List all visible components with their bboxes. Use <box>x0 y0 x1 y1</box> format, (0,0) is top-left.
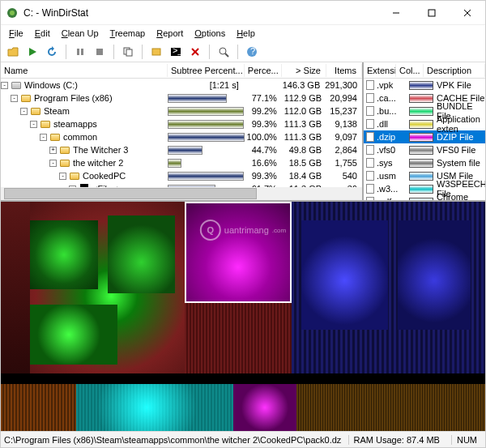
col-name[interactable]: Name <box>1 64 168 77</box>
title-bar: C: - WinDirStat <box>1 1 485 25</box>
tree-row[interactable]: -the witcher 216.6%18.5 GB1,755 <box>1 156 362 169</box>
row-name: CookedPC <box>83 171 126 181</box>
zoom-button[interactable] <box>215 43 232 61</box>
file-icon <box>365 80 375 90</box>
col-desc[interactable]: Description <box>424 64 485 77</box>
expand-toggle[interactable]: - <box>59 173 66 180</box>
tree-hscroll[interactable] <box>1 187 362 200</box>
color-swatch <box>409 133 433 142</box>
tree-row[interactable]: -Program Files (x86)77.1%112.9 GB20,994 <box>1 92 362 105</box>
expand-toggle[interactable]: - <box>1 82 8 89</box>
treemap-view[interactable]: Quantrimang.com <box>1 202 485 431</box>
col-ext[interactable]: Extensi... <box>364 64 396 77</box>
status-bar: C:\Program Files (x86)\Steam\steamapps\c… <box>1 431 485 447</box>
col-subtree[interactable]: Subtree Percent... <box>168 64 245 77</box>
file-icon <box>365 132 375 142</box>
menu-help[interactable]: Help <box>232 27 260 40</box>
color-swatch <box>409 185 433 194</box>
folder-icon <box>40 119 51 129</box>
expand-toggle[interactable]: - <box>49 160 57 167</box>
svg-point-1 <box>10 11 15 15</box>
row-name: Steam <box>44 106 70 116</box>
svg-line-17 <box>225 53 228 57</box>
svg-rect-11 <box>152 49 160 55</box>
row-name: The Witcher 3 <box>73 145 128 155</box>
tree-row[interactable]: -common100.0%111.3 GB9,097 <box>1 130 362 143</box>
cmd-button[interactable]: >_ <box>167 43 185 61</box>
tree-row[interactable]: -steamapps99.3%111.3 GB9,138 <box>1 117 362 130</box>
copy-button[interactable] <box>119 43 137 61</box>
help-button[interactable]: ? <box>243 43 261 61</box>
tree-row[interactable]: +The Witcher 344.7%49.8 GB2,864 <box>1 143 362 156</box>
menu-file[interactable]: File <box>4 27 28 40</box>
ext-header: Extensi... Col... Description <box>364 62 485 79</box>
color-swatch <box>409 198 433 201</box>
color-swatch <box>409 107 433 116</box>
suspend-button[interactable] <box>71 43 89 61</box>
tree-row[interactable]: -Steam99.2%112.0 GB15,237 <box>1 105 362 117</box>
file-icon <box>365 119 375 129</box>
ext-row[interactable]: .vpkVPK File <box>364 79 485 92</box>
maximize-button[interactable] <box>414 1 450 25</box>
split-panes: Name Subtree Percent... Perce... > Size … <box>1 62 485 202</box>
toolbar-divider <box>113 45 114 59</box>
color-swatch <box>409 94 433 103</box>
status-ram: RAM Usage: 87.4 MB <box>348 435 445 445</box>
color-swatch <box>409 159 433 168</box>
expand-toggle[interactable]: + <box>49 147 57 154</box>
svg-rect-3 <box>428 10 435 16</box>
close-button[interactable] <box>450 1 485 25</box>
toolbar-divider <box>142 45 143 59</box>
expand-toggle[interactable]: - <box>11 95 18 102</box>
svg-rect-8 <box>96 49 103 55</box>
drive-icon <box>11 80 22 90</box>
menu-options[interactable]: Options <box>190 27 230 40</box>
toolbar-divider <box>66 45 66 59</box>
color-swatch <box>409 81 433 90</box>
expand-toggle[interactable]: - <box>30 121 37 128</box>
row-name: Windows (C:) <box>24 80 78 90</box>
tree-row[interactable]: -Windows (C:)[1:21 s]146.3 GB291,300 <box>1 79 362 92</box>
directory-tree-pane: Name Subtree Percent... Perce... > Size … <box>1 62 364 200</box>
ext-rows[interactable]: .vpkVPK File.ca...CACHE File.bu...BUNDLE… <box>364 79 485 200</box>
tree-header: Name Subtree Percent... Perce... > Size … <box>1 62 362 79</box>
status-path: C:\Program Files (x86)\Steam\steamapps\c… <box>4 435 342 445</box>
tree-rows[interactable]: -Windows (C:)[1:21 s]146.3 GB291,300-Pro… <box>1 79 362 187</box>
open-button[interactable] <box>4 43 22 61</box>
menu-edit[interactable]: Edit <box>30 27 55 40</box>
ext-row[interactable]: .dllApplication exten <box>364 117 485 130</box>
refresh-button[interactable] <box>43 43 61 61</box>
col-color[interactable]: Col... <box>396 64 424 77</box>
play-button[interactable] <box>23 43 41 61</box>
col-size[interactable]: > Size <box>282 64 326 77</box>
menu-report[interactable]: Report <box>151 27 188 40</box>
stop-button[interactable] <box>91 43 109 61</box>
ext-row[interactable]: .dzipDZIP File <box>364 130 485 143</box>
expand-toggle[interactable]: - <box>20 108 28 115</box>
folder-icon <box>59 158 70 168</box>
svg-point-16 <box>220 48 226 54</box>
folder-icon <box>69 171 80 181</box>
explorer-button[interactable] <box>147 43 165 61</box>
menu-cleanup[interactable]: Clean Up <box>57 27 104 40</box>
tree-row[interactable]: -CookedPC99.3%18.4 GB540 <box>1 169 362 182</box>
toolbar-divider <box>237 45 238 59</box>
ext-row[interactable]: .pdfChrome HTML D <box>364 195 485 200</box>
minimize-button[interactable] <box>378 1 414 25</box>
row-name: steamapps <box>53 119 97 129</box>
svg-rect-7 <box>81 49 83 55</box>
ext-row[interactable]: .vfs0VFS0 File <box>364 143 485 156</box>
col-items[interactable]: Items <box>326 64 362 77</box>
col-percent[interactable]: Perce... <box>245 64 282 77</box>
window-title: C: - WinDirStat <box>23 7 378 19</box>
delete-button[interactable] <box>186 43 204 61</box>
toolbar: >_ ? <box>1 41 485 62</box>
file-icon <box>365 93 375 103</box>
ext-row[interactable]: .sysSystem file <box>364 156 485 169</box>
expand-toggle[interactable]: - <box>40 134 47 141</box>
svg-rect-10 <box>126 49 132 56</box>
svg-text:?: ? <box>250 46 255 56</box>
svg-rect-6 <box>77 49 79 55</box>
status-num: NUM <box>451 435 482 445</box>
menu-treemap[interactable]: Treemap <box>105 27 151 40</box>
